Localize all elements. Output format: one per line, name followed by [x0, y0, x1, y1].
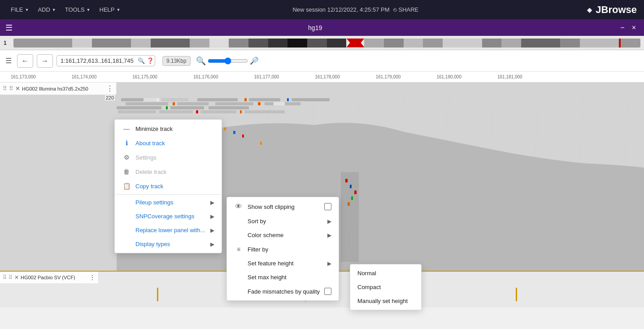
menu-pileup-settings[interactable]: Pileup settings ▶ — [115, 195, 222, 209]
menu-set-max-height[interactable]: Set max height — [227, 270, 339, 284]
jbrowse-logo: ◈ JBrowse — [587, 4, 637, 16]
location-help-icon[interactable]: ❓ — [147, 57, 154, 64]
track1-drag-dots-icon: ⠿ — [9, 85, 13, 92]
settings-icon: ⚙ — [122, 154, 131, 161]
svg-rect-14 — [117, 106, 161, 109]
menu-color-scheme[interactable]: Color scheme ▶ — [227, 228, 339, 242]
track1-close-icon[interactable]: ✕ — [15, 85, 20, 92]
track1-header: ⠿ ⠿ ✕ HG002 Illumina hs37d5.2x250 ⋮ — [0, 82, 117, 95]
svg-rect-18 — [118, 110, 156, 113]
hamburger-button[interactable]: ☰ — [5, 23, 13, 33]
ruler-pos-3: 161,175,000 — [132, 74, 157, 79]
nav-back-button[interactable]: ← — [17, 54, 33, 68]
filter-icon: ≡ — [234, 246, 243, 253]
eye-icon: 👁 — [234, 203, 243, 211]
jbrowse-icon: ◈ — [587, 6, 592, 13]
replace-panel-label: Replace lower panel with... — [135, 227, 205, 234]
menu-copy-track[interactable]: 📋 Copy track — [115, 179, 222, 193]
ruler-pos-7: 161,179,000 — [376, 74, 401, 79]
track1-menu-icon[interactable]: ⋮ — [106, 84, 113, 93]
nav-forward-button[interactable]: → — [37, 54, 53, 68]
sort-arrow-icon: ▶ — [327, 218, 331, 225]
feature-height-submenu: Normal Compact Manually set height — [350, 264, 422, 310]
track2-close-icon[interactable]: ✕ — [14, 274, 19, 281]
svg-rect-2 — [161, 98, 188, 101]
menu-about-track[interactable]: ℹ About track — [115, 136, 222, 150]
track2-name: HG002 Pacbio SV (VCF) — [21, 275, 87, 280]
svg-rect-4 — [244, 98, 247, 101]
svg-rect-19 — [159, 110, 193, 113]
session-timestamp: New session 12/12/2022, 4:25:57 PM — [292, 6, 389, 13]
help-menu-label: HELP — [100, 6, 115, 13]
topbar: FILE ▼ ADD ▼ TOOLS ▼ HELP ▼ New session … — [0, 0, 644, 20]
svg-rect-36 — [274, 102, 285, 105]
navigation-controls: ☰ ← → 🔍 ❓ 9.13Kbp 🔍 🔎 — [0, 50, 644, 72]
chrom-number-label: 1 — [4, 40, 11, 46]
file-menu-label: FILE — [11, 6, 23, 13]
zoom-out-icon[interactable]: 🔍 — [196, 56, 206, 66]
zoom-controls: 🔍 🔎 — [196, 56, 259, 66]
chromosome-ideogram — [13, 39, 640, 48]
session-close-btn[interactable]: × — [629, 23, 639, 33]
share-label: SHARE — [399, 6, 419, 13]
svg-rect-10 — [177, 102, 209, 105]
svg-rect-11 — [215, 102, 253, 105]
color-arrow-icon: ▶ — [327, 232, 331, 238]
filter-by-label: Filter by — [248, 246, 268, 253]
manually-set-height-label: Manually set height — [357, 298, 408, 304]
ruler-pos-2: 161,174,000 — [72, 74, 97, 79]
svg-rect-12 — [258, 102, 261, 105]
share-button[interactable]: ⎋ SHARE — [393, 6, 419, 13]
file-menu-btn[interactable]: FILE ▼ — [7, 4, 32, 15]
svg-rect-35 — [144, 98, 159, 101]
svg-rect-28 — [351, 196, 353, 200]
svg-rect-9 — [173, 102, 175, 105]
fade-mismatches-checkbox[interactable] — [324, 288, 331, 295]
menu-settings: ⚙ Settings — [115, 150, 222, 164]
session-minimize-btn[interactable]: − — [618, 23, 627, 33]
tools-menu-btn[interactable]: TOOLS ▼ — [61, 4, 94, 15]
menu-filter-by[interactable]: ≡ Filter by — [227, 242, 339, 256]
zoom-in-icon[interactable]: 🔎 — [250, 56, 259, 65]
info-icon: ℹ — [122, 139, 131, 147]
svg-rect-3 — [197, 98, 238, 101]
menu-display-types[interactable]: Display types ▶ — [115, 237, 222, 251]
menu-normal[interactable]: Normal — [350, 266, 421, 280]
ruler-pos-4: 161,176,000 — [193, 74, 218, 79]
compact-label: Compact — [357, 284, 381, 290]
track2-menu-icon[interactable]: ⋮ — [89, 274, 96, 281]
location-input[interactable] — [61, 57, 136, 64]
menu-sort-by[interactable]: Sort by ▶ — [227, 214, 339, 228]
svg-rect-53 — [516, 288, 517, 301]
settings-label: Settings — [135, 154, 157, 161]
menu-minimize-track[interactable]: — Minimize track — [115, 121, 222, 136]
display-types-label: Display types — [135, 241, 170, 247]
menu-set-feature-height[interactable]: Set feature height ▶ — [227, 256, 339, 270]
svg-rect-8 — [126, 102, 168, 105]
help-chevron-icon: ▼ — [117, 8, 121, 12]
menu-replace-panel[interactable]: Replace lower panel with... ▶ — [115, 223, 222, 237]
trash-icon: 🗑 — [122, 168, 131, 175]
add-chevron-icon: ▼ — [52, 8, 56, 12]
pileup-arrow-icon: ▶ — [210, 199, 214, 206]
normal-label: Normal — [357, 270, 376, 277]
svg-rect-15 — [166, 106, 168, 109]
menu-show-soft-clipping[interactable]: 👁 Show soft clipping — [227, 199, 339, 214]
tools-menu-label: TOOLS — [65, 6, 85, 13]
show-soft-clipping-label: Show soft clipping — [248, 203, 295, 210]
location-search-icon[interactable]: 🔍 — [138, 57, 145, 64]
menu-snpcoverage-settings[interactable]: SNPCoverage settings ▶ — [115, 209, 222, 223]
menu-fade-mismatches[interactable]: Fade mismatches by quality — [227, 284, 339, 299]
session-info: New session 12/12/2022, 4:25:57 PM ⎋ SHA… — [127, 6, 583, 13]
help-menu-btn[interactable]: HELP ▼ — [96, 4, 124, 15]
svg-rect-20 — [196, 110, 198, 113]
zoom-slider[interactable] — [208, 57, 248, 65]
add-menu-btn[interactable]: ADD ▼ — [34, 4, 59, 15]
menu-manually-set-height[interactable]: Manually set height — [350, 294, 421, 308]
about-track-label: About track — [135, 140, 165, 147]
soft-clipping-checkbox[interactable] — [324, 203, 331, 210]
display-arrow-icon: ▶ — [210, 241, 214, 247]
menu-compact[interactable]: Compact — [350, 280, 421, 294]
copy-icon: 📋 — [122, 182, 131, 190]
svg-rect-23 — [244, 110, 285, 113]
